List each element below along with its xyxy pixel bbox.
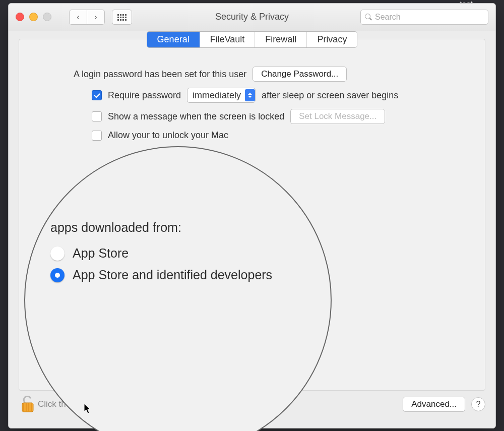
advanced-button[interactable]: Advanced... <box>403 397 465 412</box>
titlebar: ‹ › Security & Privacy Search <box>9 4 495 31</box>
svg-rect-3 <box>28 403 29 412</box>
show-message-checkbox[interactable] <box>92 111 102 121</box>
tab-privacy[interactable]: Privacy <box>307 32 357 47</box>
allow-unlock-label: Allow your to unlock your Mac <box>108 130 228 141</box>
tab-firewall[interactable]: Firewall <box>255 32 307 47</box>
allow-unlock-checkbox[interactable] <box>92 131 102 141</box>
allow-apps-heading: apps downloaded from: <box>50 220 272 235</box>
set-lock-message-button: Set Lock Message... <box>290 109 385 124</box>
show-message-label: Show a message when the screen is locked <box>108 111 284 122</box>
require-password-label: Require password <box>108 90 181 101</box>
require-password-checkbox[interactable] <box>92 90 102 100</box>
tab-bar: General FileVault Firewall Privacy <box>19 31 485 48</box>
lock-button[interactable] <box>19 395 38 414</box>
lock-open-icon <box>21 396 36 413</box>
tab-filevault[interactable]: FileVault <box>200 32 256 47</box>
radio-app-store-and-developers-label: App Store and identified developers <box>73 268 272 282</box>
tab-general[interactable]: General <box>147 32 200 47</box>
radio-app-store[interactable] <box>50 247 65 261</box>
require-password-suffix: after sleep or screen saver begins <box>262 90 398 101</box>
svg-rect-1 <box>23 403 24 412</box>
cursor-icon <box>84 404 92 416</box>
svg-rect-2 <box>26 403 27 412</box>
radio-app-store-label: App Store <box>73 246 129 261</box>
svg-rect-4 <box>31 403 32 412</box>
radio-app-store-and-developers[interactable] <box>50 268 65 282</box>
search-input[interactable]: Search <box>360 10 488 25</box>
login-password-label: A login password has been set for this u… <box>74 69 246 80</box>
help-button[interactable]: ? <box>471 397 485 411</box>
require-password-delay-select[interactable]: immediately <box>187 88 256 103</box>
search-placeholder: Search <box>375 13 401 22</box>
stepper-icon <box>245 89 255 101</box>
require-password-delay-value: immediately <box>193 90 241 101</box>
change-password-button[interactable]: Change Password... <box>253 67 347 82</box>
search-icon <box>365 14 372 21</box>
